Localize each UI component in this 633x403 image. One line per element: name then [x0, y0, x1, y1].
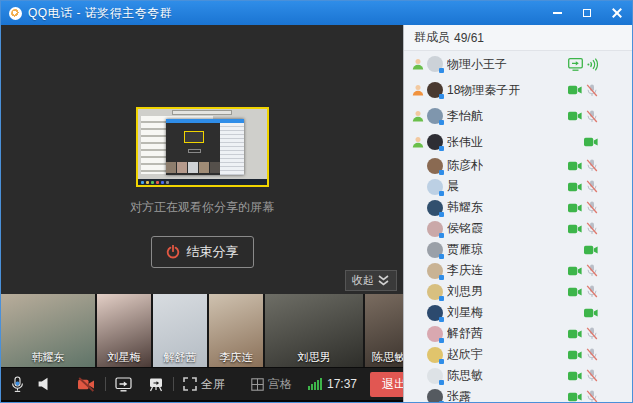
- preview-video-strip: [166, 162, 220, 173]
- mic-muted-icon: [586, 327, 598, 340]
- close-button[interactable]: [610, 6, 624, 20]
- video-tile-name: 刘星梅: [97, 350, 151, 365]
- avatar: [427, 305, 443, 321]
- member-status-icons: [568, 84, 598, 97]
- member-row[interactable]: 侯铭霞: [412, 218, 632, 239]
- member-name: 物理小王子: [447, 56, 507, 73]
- mic-muted-icon: [586, 84, 598, 97]
- avatar: [427, 134, 443, 150]
- member-name: 韩耀东: [447, 199, 483, 216]
- end-share-label: 结束分享: [187, 243, 239, 261]
- camera-icon: [568, 203, 582, 213]
- camera-icon: [568, 329, 582, 339]
- member-name: 刘思男: [447, 283, 483, 300]
- member-status-icons: [584, 137, 598, 147]
- member-list: 物理小王子18物理秦子开李怡航张伟业陈彦朴晨韩耀东侯铭霞贾雁琼李庆连刘思男刘星梅…: [404, 51, 632, 402]
- member-row[interactable]: 贾雁琼: [412, 239, 632, 260]
- member-row[interactable]: 李怡航: [412, 103, 632, 129]
- member-status-icons: [568, 390, 598, 402]
- camera-off-button[interactable]: [77, 377, 96, 392]
- end-share-button[interactable]: 结束分享: [151, 236, 254, 268]
- member-row[interactable]: 解舒茜: [412, 323, 632, 344]
- double-chevron-down-icon: [377, 275, 390, 286]
- member-name: 陈思敏: [447, 367, 483, 384]
- avatar: [427, 179, 443, 195]
- video-thumbnail-strip: 韩耀东刘星梅解舒茜李庆连刘思男陈思敏: [1, 294, 403, 367]
- member-row[interactable]: 刘思男: [412, 281, 632, 302]
- titlebar: QQ电话 - 诺奖得主夸夸群: [1, 1, 632, 25]
- maximize-button[interactable]: [580, 6, 594, 20]
- member-count: 49/61: [454, 31, 484, 45]
- whiteboard-button[interactable]: [148, 377, 164, 392]
- camera-icon: [568, 161, 582, 171]
- mic-muted-icon: [586, 264, 598, 277]
- member-row[interactable]: 李庆连: [412, 260, 632, 281]
- preview-tabbar: [172, 110, 232, 115]
- preview-taskbar: [138, 179, 267, 185]
- member-row[interactable]: 陈彦朴: [412, 155, 632, 176]
- qq-logo-icon: [9, 7, 22, 20]
- mic-muted-icon: [586, 390, 598, 402]
- avatar: [427, 82, 443, 98]
- minimize-button[interactable]: [550, 6, 564, 20]
- member-header-label: 群成员: [414, 29, 450, 46]
- member-status-icons: [584, 245, 598, 255]
- member-row[interactable]: 晨: [412, 176, 632, 197]
- preview-inner-button: [188, 149, 201, 153]
- camera-icon: [584, 137, 598, 147]
- maximize-icon: [583, 9, 591, 17]
- camera-icon: [568, 85, 582, 95]
- member-row[interactable]: 赵欣宇: [412, 344, 632, 365]
- share-stage: 对方正在观看你分享的屏幕 结束分享 收起: [1, 25, 403, 294]
- mic-muted-icon: [586, 110, 598, 123]
- member-name: 陈彦朴: [447, 157, 483, 174]
- member-name: 18物理秦子开: [447, 82, 520, 99]
- member-status-icons: [568, 159, 598, 172]
- mic-muted-icon: [586, 222, 598, 235]
- video-tile[interactable]: 解舒茜: [153, 294, 207, 367]
- grid-view-button[interactable]: 宫格: [251, 376, 292, 393]
- speaker-button[interactable]: [37, 377, 50, 391]
- mic-muted-icon: [586, 369, 598, 382]
- video-tile[interactable]: 李庆连: [209, 294, 263, 367]
- camera-icon: [584, 308, 598, 318]
- camera-icon: [568, 266, 582, 276]
- window-bottom-edge: [1, 400, 403, 402]
- fullscreen-icon: [183, 377, 197, 391]
- member-row[interactable]: 张伟业: [412, 129, 632, 155]
- avatar: [427, 108, 443, 124]
- member-row[interactable]: 张露: [412, 386, 632, 402]
- member-status-icons: [568, 110, 598, 123]
- member-status-icons: [568, 327, 598, 340]
- member-row[interactable]: 韩耀东: [412, 197, 632, 218]
- video-tile[interactable]: 韩耀东: [1, 294, 95, 367]
- mic-muted-icon: [586, 285, 598, 298]
- member-name: 李庆连: [447, 262, 483, 279]
- window-controls: [550, 6, 624, 20]
- camera-icon: [568, 287, 582, 297]
- collapse-strip-button[interactable]: 收起: [345, 270, 397, 291]
- mic-muted-icon: [586, 201, 598, 214]
- member-name: 张伟业: [447, 134, 483, 151]
- avatar: [427, 326, 443, 342]
- video-tile[interactable]: 陈思敏: [365, 294, 403, 367]
- screen-share-button[interactable]: [115, 377, 132, 392]
- video-tile[interactable]: 刘思男: [265, 294, 363, 367]
- fullscreen-button[interactable]: 全屏: [183, 376, 225, 393]
- video-tile-name: 韩耀东: [1, 350, 95, 365]
- member-status-icons: [568, 201, 598, 214]
- camera-icon: [568, 371, 582, 381]
- member-row[interactable]: 物理小王子: [412, 51, 632, 77]
- avatar: [427, 389, 443, 403]
- member-row[interactable]: 刘星梅: [412, 302, 632, 323]
- grid-label: 宫格: [268, 376, 292, 393]
- call-main-area: 对方正在观看你分享的屏幕 结束分享 收起: [1, 25, 403, 402]
- video-tile[interactable]: 刘星梅: [97, 294, 151, 367]
- call-timer: 17:37: [327, 377, 357, 391]
- avatar: [427, 242, 443, 258]
- member-row[interactable]: 18物理秦子开: [412, 77, 632, 103]
- avatar: [427, 158, 443, 174]
- member-row[interactable]: 陈思敏: [412, 365, 632, 386]
- microphone-button[interactable]: [11, 376, 24, 393]
- video-tile-name: 陈思敏: [365, 350, 403, 365]
